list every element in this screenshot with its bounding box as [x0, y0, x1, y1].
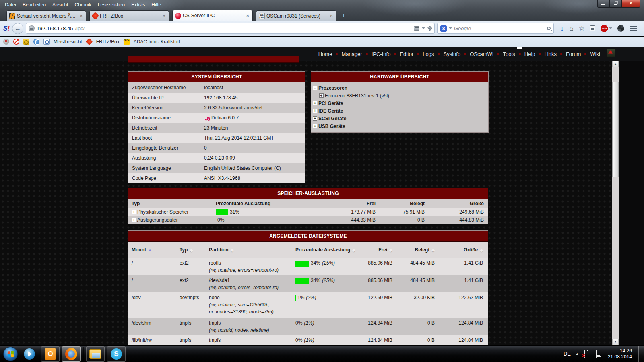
- taskbar-firefox[interactable]: [62, 346, 80, 362]
- nav-sysinfo[interactable]: Sysinfo: [440, 51, 464, 57]
- tab-close-icon[interactable]: ×: [161, 13, 166, 19]
- tree-item-usb[interactable]: +USB Geräte: [313, 122, 488, 130]
- pinwheel-addon-icon[interactable]: [617, 25, 624, 32]
- menu-extras[interactable]: Extras: [128, 1, 148, 9]
- tray-expand-icon[interactable]: ▲: [576, 352, 579, 356]
- tab-oscam[interactable]: OS cam OSCam r9831 (Services) ×: [256, 10, 336, 21]
- menu-datei[interactable]: Datei: [2, 1, 19, 9]
- tree-expand-icon[interactable]: +: [132, 218, 136, 222]
- taskbar-media-player[interactable]: [20, 346, 39, 362]
- downloads-icon[interactable]: ↓: [560, 25, 564, 32]
- tree-expand-icon[interactable]: +: [132, 210, 136, 214]
- search-placeholder: Google: [454, 25, 545, 31]
- tab-close-icon[interactable]: ×: [329, 13, 334, 19]
- tree-expand-icon[interactable]: +: [319, 93, 324, 98]
- tree-collapse-icon[interactable]: -: [313, 86, 317, 90]
- site-identity-globe-icon[interactable]: [29, 25, 35, 31]
- sort-header-frei[interactable]: Frei◆: [365, 247, 395, 253]
- block-icon[interactable]: [13, 39, 19, 45]
- close-button[interactable]: ×: [621, 0, 640, 8]
- nav-tools[interactable]: Tools: [499, 51, 518, 57]
- nav-manager[interactable]: Manager: [338, 51, 365, 57]
- minimize-button[interactable]: [597, 0, 609, 8]
- menu-bearbeiten[interactable]: Bearbeiten: [19, 1, 49, 9]
- adblock-plus-button[interactable]: ABP: [601, 25, 612, 32]
- tree-item-scsi[interactable]: +SCSI Geräte: [313, 115, 488, 122]
- tree-expand-icon[interactable]: +: [313, 116, 317, 121]
- tree-item-feroceon[interactable]: +Feroceon 88FR131 rev 1 (v5l): [313, 92, 488, 99]
- taskbar-explorer[interactable]: [86, 346, 105, 362]
- back-button[interactable]: ←: [12, 23, 23, 34]
- taskbar-outlook[interactable]: O: [41, 346, 60, 362]
- nav-home[interactable]: Home: [315, 51, 336, 57]
- bookmark-star-icon[interactable]: ☆: [579, 25, 585, 32]
- page-scrollbar[interactable]: ▲ ▼: [612, 61, 619, 345]
- power-plug-icon[interactable]: ×: [584, 351, 591, 357]
- menu-ansicht[interactable]: Ansicht: [49, 1, 71, 9]
- nav-editor[interactable]: Editor: [396, 51, 417, 57]
- clock[interactable]: 14:26 21.08.2014: [608, 348, 634, 360]
- menu-chronik[interactable]: Chronik: [71, 1, 94, 9]
- search-bar[interactable]: 8 Google: [437, 23, 554, 34]
- scrollbar-thumb[interactable]: [612, 82, 619, 177]
- tree-item-pci[interactable]: +PCI Geräte: [313, 99, 488, 107]
- nav-links[interactable]: Links: [541, 51, 560, 57]
- tab-cs-server-ipc[interactable]: CS-Server IPC ×: [172, 10, 253, 21]
- sort-header-mount[interactable]: Mount▲: [128, 247, 176, 253]
- google-engine-icon[interactable]: 8: [440, 25, 447, 32]
- addon-globe-icon[interactable]: [3, 39, 9, 45]
- bookmark-fritzbox[interactable]: FRITZ!Box: [96, 39, 120, 45]
- nav-logs[interactable]: Logs: [419, 51, 438, 57]
- reload-icon[interactable]: [427, 25, 433, 31]
- sort-icon: ◆: [352, 248, 355, 252]
- bookmark-meistbesucht[interactable]: Meistbesucht: [54, 39, 82, 45]
- tree-expand-icon[interactable]: +: [313, 101, 317, 105]
- abp-dropdown-icon[interactable]: [609, 27, 612, 29]
- search-icon[interactable]: [547, 27, 551, 30]
- url-dropdown-icon[interactable]: [422, 27, 425, 29]
- nav-oscamwi[interactable]: OScamWI: [466, 51, 497, 57]
- tab-close-icon[interactable]: ×: [245, 13, 250, 19]
- tree-expand-icon[interactable]: +: [313, 124, 317, 128]
- engine-dropdown-icon[interactable]: [449, 27, 452, 29]
- tab-fritzbox[interactable]: FRITZ!Box ×: [89, 10, 169, 21]
- network-icon[interactable]: [596, 351, 603, 357]
- proxy-icon[interactable]: [414, 26, 419, 31]
- most-visited-folder-icon[interactable]: [43, 39, 50, 45]
- page-content: Home Manager IPC-Info Editor Logs Sysinf…: [0, 47, 644, 345]
- tab-close-icon[interactable]: ×: [78, 13, 83, 19]
- language-indicator[interactable]: DE: [564, 351, 571, 357]
- tree-item-prozessoren[interactable]: -Prozessoren: [313, 84, 488, 92]
- start-button[interactable]: [3, 347, 18, 361]
- show-desktop-button[interactable]: [638, 346, 644, 362]
- sort-header-typ[interactable]: Typ◆: [176, 247, 206, 253]
- taskbar-skype[interactable]: S: [107, 346, 126, 362]
- sort-header-pct[interactable]: Prozentuale Auslastung◆: [292, 247, 365, 253]
- tab-schaaf[interactable]: Schaaf versteht Meiers Ärg... ×: [6, 10, 86, 21]
- key-icon[interactable]: [23, 39, 29, 45]
- table-row: Betriebszeit23 Minuten: [128, 123, 305, 133]
- session-addon-icon[interactable]: S!: [3, 25, 10, 32]
- nav-wiki[interactable]: Wiki: [586, 51, 604, 57]
- restore-button[interactable]: [609, 0, 621, 8]
- home-icon[interactable]: ⌂: [569, 25, 573, 32]
- scroll-up-icon[interactable]: ▲: [612, 61, 619, 67]
- sort-header-groesse[interactable]: Größe◆: [437, 247, 485, 253]
- bookmark-adac[interactable]: ADAC Info - Kraftstoff...: [134, 39, 184, 45]
- tree-item-ide[interactable]: +IDE Geräte: [313, 107, 488, 115]
- swirl-addon-icon[interactable]: [33, 39, 39, 45]
- sort-header-partition[interactable]: Partition◆: [206, 247, 292, 253]
- nav-help[interactable]: Help: [521, 51, 539, 57]
- scroll-down-icon[interactable]: ▼: [612, 339, 619, 345]
- language-flag-icon[interactable]: [607, 49, 615, 57]
- sort-header-belegt[interactable]: Belegt◆: [395, 247, 437, 253]
- nav-forum[interactable]: Forum: [562, 51, 585, 57]
- nav-ipc-info[interactable]: IPC-Info: [368, 51, 394, 57]
- menu-hilfe[interactable]: Hilfe: [148, 1, 164, 9]
- tree-expand-icon[interactable]: +: [313, 109, 317, 113]
- menu-lesezeichen[interactable]: Lesezeichen: [95, 1, 128, 9]
- url-bar[interactable]: 192.168.178.45 /ipc/: [26, 23, 435, 34]
- new-tab-button[interactable]: +: [339, 12, 349, 20]
- menu-hamburger-icon[interactable]: [630, 26, 637, 31]
- reading-list-icon[interactable]: [590, 25, 595, 31]
